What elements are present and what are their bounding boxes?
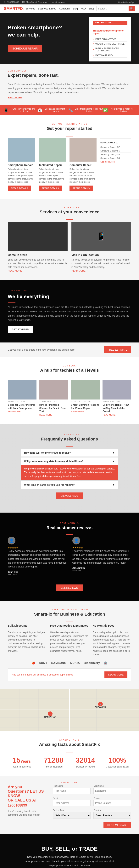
- top-bar-hours: Mon-Fri 8am-6pm: [118, 1, 135, 3]
- brand-logos: 🍎 SONY SAMSUNG NOKIA BlackBerry 🤖: [8, 661, 131, 664]
- search-input[interactable]: [97, 6, 129, 11]
- computer-card-text: Dallas has turn into a budget for all. W…: [69, 167, 97, 184]
- blog-title-2: How to Find Used iPhones for Sale in New…: [39, 403, 68, 413]
- device-item-3: Samsung Galaxy S5: [100, 153, 131, 156]
- site-logo[interactable]: SMARTFIX: [4, 6, 24, 11]
- free-estimate-button[interactable]: FREE ESTIMATE: [104, 346, 131, 353]
- contact-grid: Are you Questions? LET US KNOW OR CALL U…: [8, 785, 131, 828]
- all-reviews-button[interactable]: ALL REVIEWS: [56, 585, 83, 591]
- contact-left: Are you Questions? LET US KNOW OR CALL U…: [8, 785, 47, 828]
- first-name-label: First Name: [53, 785, 91, 787]
- reviews-grid: 👤 ★★★★★ Really awesome, smooth and every…: [8, 537, 131, 576]
- step-4: ✅ Your device is ready for collection: [103, 107, 135, 112]
- business-more: Find out more about our business & educa…: [8, 668, 131, 681]
- fix-heading: We fix everything: [8, 293, 131, 300]
- hub-title: A hub for techies of all levels: [8, 368, 131, 373]
- come-in-store-link[interactable]: READ MORE →: [8, 270, 25, 272]
- problem-select[interactable]: Select Problem Screen Repair Battery Wat…: [94, 812, 131, 819]
- services-section: OUR SERVICES Services at your convenienc…: [0, 199, 139, 280]
- tablet-repair-button[interactable]: REPAIR DETAILS: [39, 186, 62, 191]
- blog-meta-3: 22 MAY 2017 · REPAIR: [71, 401, 100, 403]
- hub-section: OUR BLOG A hub for techies of all levels…: [0, 357, 139, 424]
- blog-link-4[interactable]: READ MORE: [103, 413, 115, 416]
- search-button[interactable]: 🔍: [129, 6, 135, 11]
- faq-question-2[interactable]: Will you recover any data from my Mobile…: [21, 458, 118, 465]
- map-svg: 📍 📍 MANHATTAN BROOKLYN: [0, 689, 139, 731]
- mail-in-image: 📱: [71, 222, 131, 251]
- view-all-faq-button[interactable]: VIEW ALL FAQ's: [56, 493, 83, 499]
- nav-shop[interactable]: Shop: [89, 7, 94, 10]
- faq-item-2: Will you recover any data from my Mobile…: [21, 458, 118, 480]
- email-label: Email: [53, 797, 91, 799]
- top-bar-phone: 📞 1900108899: [4, 1, 19, 3]
- step-2-text: Book an appointment or walk in: [44, 107, 68, 112]
- nav-services[interactable]: Services: [26, 7, 35, 10]
- blog-link-3[interactable]: READ MORE: [71, 410, 84, 413]
- blog-post-2: 22 MAY 2017 · TIPS How to Find Used iPho…: [39, 380, 68, 416]
- business-title: SmartFix for Business & Education: [8, 612, 131, 617]
- faq-question-3[interactable]: What kind of parts do you use for repair…: [21, 481, 118, 489]
- faq-chevron-2: ▲: [112, 460, 115, 463]
- last-name-input[interactable]: [94, 788, 131, 794]
- nav-business[interactable]: Business & Blog: [38, 7, 56, 10]
- fact-devices-number: 32014: [71, 756, 99, 765]
- device-item-2: Samsung Galaxy S6: [100, 149, 131, 153]
- contact-description: If you're having trouble with something …: [8, 809, 47, 817]
- problem-label: Problem: [94, 809, 131, 811]
- faq-question-1[interactable]: How long will my phone take to repair? ▼: [21, 449, 118, 457]
- expert-heading: Expert repairs, done fast.: [8, 73, 131, 78]
- faq-chevron-1: ▼: [112, 451, 115, 454]
- first-name-input[interactable]: [53, 788, 91, 794]
- review-author-1: John Doe: [8, 571, 67, 574]
- contact-row-1: First Name Last Name: [53, 785, 131, 794]
- review-card-2: 👤 ★★★★★ I was very impressed with this p…: [72, 537, 131, 576]
- services-title: Services at your convenience: [8, 210, 131, 215]
- repair-grid: Smartphone Repair Dallas has turn into a…: [8, 138, 131, 191]
- nav-company[interactable]: Company: [59, 7, 70, 10]
- quote-banner: Get yourself a free quote right now by h…: [0, 342, 139, 357]
- get-started-button[interactable]: GET STARTED: [8, 326, 33, 333]
- faq-item-3: What kind of parts do you use for repair…: [21, 481, 118, 489]
- blog-link-1[interactable]: READ MORE: [8, 410, 21, 413]
- device-type-label: Device Type: [53, 809, 91, 811]
- fix-text: At SmartFix we believe that fixing devic…: [8, 305, 131, 322]
- device-list-items: Samsung Galaxy S7 Samsung Galaxy S6 Sams…: [100, 145, 131, 160]
- blog-link-2[interactable]: READ MORE: [39, 413, 52, 416]
- expert-section: OUR SERVICES Expert repairs, done fast. …: [0, 64, 139, 105]
- review-location-1: New York: [8, 574, 67, 576]
- blog-post-1: 22 MAY 2017 · TIPS 5 Tips for Better Pic…: [8, 380, 36, 416]
- bulk-discounts-title: Bulk Discounts: [8, 624, 46, 627]
- fact-satisfaction-number: 100%: [103, 756, 131, 765]
- blog-grid: 22 MAY 2017 · TIPS 5 Tips for Better Pic…: [8, 380, 131, 416]
- blog-meta-1: 22 MAY 2017 · TIPS: [8, 401, 36, 403]
- expert-link[interactable]: READ MORE: [8, 96, 22, 99]
- smartphone-repair-button[interactable]: REPAIR DETAILS: [8, 186, 31, 191]
- phone-input[interactable]: [94, 800, 131, 806]
- review-stars-2: ★★★★★: [72, 547, 131, 549]
- device-type-select[interactable]: Select Device Smartphone Tablet Computer: [53, 812, 91, 819]
- schedule-repair-button[interactable]: SCHEDULE REPAIR: [8, 44, 42, 52]
- contact-phone[interactable]: 1900108899: [8, 803, 47, 807]
- business-more-link[interactable]: Find out more about our business & educa…: [11, 673, 76, 676]
- brand-nokia: NOKIA: [70, 661, 80, 664]
- faq-label: OUR SERVICES: [8, 434, 131, 436]
- bst-heading: BUY, SELL, or TRADE: [8, 846, 131, 852]
- send-message-button[interactable]: SEND MESSAGE: [103, 822, 131, 828]
- nav-blog[interactable]: Blog: [73, 7, 78, 10]
- email-input[interactable]: [53, 800, 91, 806]
- come-in-store-title: Come in store: [8, 253, 68, 256]
- fix-everything-section: OUR SERVICES We fix everything At SmartF…: [0, 280, 139, 342]
- mail-in-link[interactable]: READ MORE →: [71, 270, 89, 272]
- trusted-box: WHY CHOOSE US Trusted source for iphone …: [89, 17, 131, 61]
- phone-label: Phone: [94, 797, 131, 799]
- step-4-text: Your device is ready for collection: [109, 107, 135, 112]
- nav-faq[interactable]: FAQ: [81, 7, 86, 10]
- see-all-devices-link[interactable]: See all devices: [100, 161, 115, 163]
- bulk-discounts-card: Bulk Discounts Our aim is to keep things…: [8, 624, 46, 656]
- fact-devices: 32014 Devices Unlocked: [71, 756, 99, 768]
- business-label: FOR BUSINESS & EDUCATION: [8, 609, 131, 611]
- fact-satisfaction: 100% Customer Satisfaction: [103, 756, 131, 768]
- learn-more-button[interactable]: LEARN MORE: [104, 672, 128, 678]
- computer-repair-button[interactable]: REPAIR DETAILS: [69, 186, 93, 191]
- facts-grid: 15Years Years in Business 71288 Phones R…: [8, 756, 131, 768]
